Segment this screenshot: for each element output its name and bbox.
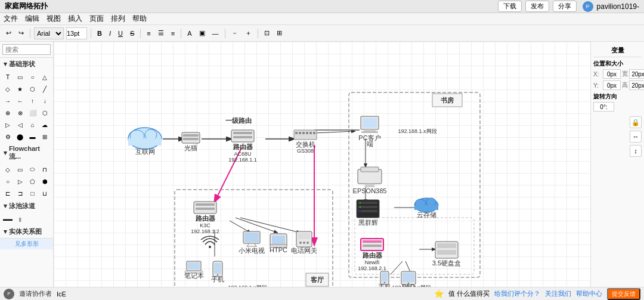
- node-phone-left[interactable]: 手机: [211, 261, 224, 283]
- y-input[interactable]: [603, 81, 621, 90]
- shape-square[interactable]: ⬜: [27, 107, 38, 118]
- node-internet[interactable]: 互联网: [128, 128, 162, 155]
- shape-arrow-r2[interactable]: ▷: [2, 119, 13, 130]
- user-avatar[interactable]: P: [583, 1, 593, 12]
- fc-shape-9[interactable]: ⊏: [2, 188, 13, 199]
- redo-button[interactable]: ↪: [16, 28, 26, 38]
- shape-arrow-u[interactable]: ↑: [27, 95, 38, 106]
- fc-shape-11[interactable]: □: [27, 188, 38, 199]
- menu-item-edit[interactable]: 编辑: [25, 14, 39, 24]
- node-switch[interactable]: 交换机 GS308: [294, 130, 317, 154]
- collab-button[interactable]: 邀请协作者: [19, 289, 52, 298]
- canvas-area[interactable]: 书房 客厅: [54, 42, 590, 287]
- node-laptop[interactable]: 笔记本: [184, 261, 204, 279]
- bold-button[interactable]: B: [95, 29, 104, 38]
- node-pc[interactable]: PC客户 端: [358, 116, 380, 147]
- shape-dot[interactable]: ⬤: [15, 131, 26, 142]
- zoom-in-button[interactable]: ＋: [243, 27, 254, 39]
- align-center-button[interactable]: ☰: [156, 28, 166, 38]
- shape-cloud[interactable]: ☁: [39, 119, 50, 130]
- fill-color-button[interactable]: ▣: [197, 28, 208, 38]
- fc-shape-1[interactable]: ◇: [2, 164, 13, 175]
- download-button[interactable]: 下载: [498, 1, 522, 12]
- node-htpc[interactable]: HTPC: [270, 234, 287, 253]
- shape-arrow-d[interactable]: ↓: [39, 95, 50, 106]
- menu-item-page[interactable]: 页面: [89, 14, 104, 24]
- menu-item-help[interactable]: 帮助: [132, 14, 147, 24]
- grid-button[interactable]: ⊞: [274, 28, 284, 38]
- shape-arrow-l2[interactable]: ◁: [15, 119, 26, 130]
- fit-page-button[interactable]: ⊡: [262, 28, 272, 38]
- section-flowchart[interactable]: ▾ Flowchart 流...: [0, 143, 53, 163]
- submit-feedback-button[interactable]: 提交反馈: [607, 288, 640, 300]
- shape-bar[interactable]: ▬: [27, 131, 38, 142]
- rotate-input[interactable]: [593, 102, 614, 112]
- node-nas[interactable]: 黑群辉: [357, 200, 379, 226]
- line-color-button[interactable]: —: [210, 29, 221, 38]
- flip-h-icon-btn[interactable]: ↔: [630, 131, 642, 143]
- font-color-button[interactable]: A: [185, 29, 194, 38]
- node-cloud-storage[interactable]: 云存储: [414, 198, 438, 218]
- shape-star[interactable]: ★: [15, 83, 26, 94]
- shape-text[interactable]: T: [2, 72, 13, 82]
- follow-link[interactable]: 关注我们: [545, 289, 571, 298]
- node-tv[interactable]: 小米电视: [239, 231, 265, 254]
- node-router-main[interactable]: 路由器 AC68U 192.168.1.1: [228, 130, 257, 163]
- shape-diamond[interactable]: ◇: [2, 83, 13, 94]
- align-right-button[interactable]: ≡: [169, 29, 177, 38]
- node-optical-modem[interactable]: 光猫: [182, 132, 200, 151]
- shape-plus[interactable]: ⊕: [2, 107, 13, 118]
- underline-button[interactable]: U: [116, 29, 125, 38]
- shape-line[interactable]: ╱: [39, 83, 50, 94]
- node-phone-gw[interactable]: 电话网关: [291, 231, 317, 254]
- node-router-newifi[interactable]: 路由器 Newifi 192.168.2.1: [358, 239, 386, 271]
- fc-shape-10[interactable]: ⊐: [15, 188, 26, 199]
- height-input[interactable]: [629, 81, 644, 90]
- sw-shape-1[interactable]: ▬▬: [2, 214, 13, 224]
- node-router-k3c[interactable]: 路由器 K3C 192.168.1.2: [191, 202, 219, 234]
- shape-cross[interactable]: ⊗: [15, 107, 26, 118]
- section-entity[interactable]: ▾ 实体关系图: [0, 225, 53, 238]
- strikethrough-button[interactable]: S: [128, 29, 137, 38]
- flip-v-icon-btn[interactable]: ↕: [630, 145, 642, 157]
- fc-shape-4[interactable]: ⊓: [39, 164, 50, 175]
- fc-shape-3[interactable]: ⬭: [27, 164, 38, 175]
- italic-button[interactable]: I: [107, 29, 113, 38]
- share-button[interactable]: 分享: [553, 1, 577, 12]
- fc-shape-2[interactable]: ▭: [15, 164, 26, 175]
- font-selector[interactable]: Arial: [34, 27, 64, 39]
- section-swimlane[interactable]: ▾ 泳池泳道: [0, 200, 53, 212]
- section-basic-shapes[interactable]: ▾ 基础形状: [0, 58, 53, 70]
- publish-button[interactable]: 发布: [525, 1, 549, 12]
- node-printer[interactable]: EPSON385: [353, 167, 387, 194]
- shape-circle[interactable]: ○: [27, 72, 38, 82]
- menu-item-view[interactable]: 视图: [47, 14, 61, 24]
- help-link[interactable]: 帮助中心: [576, 289, 602, 298]
- shape-rect[interactable]: ▭: [15, 72, 26, 82]
- shape-hex2[interactable]: ⬡: [39, 107, 50, 118]
- shape-hex[interactable]: ⬡: [27, 83, 38, 94]
- see-more-shapes-button[interactable]: 见多形形: [0, 238, 53, 249]
- node-mobile-1[interactable]: 手机: [378, 271, 391, 287]
- undo-button[interactable]: ↩: [4, 28, 14, 38]
- shape-house[interactable]: ⌂: [27, 119, 38, 130]
- fc-shape-5[interactable]: ○: [2, 176, 13, 187]
- menu-item-file[interactable]: 文件: [4, 14, 18, 24]
- fc-shape-8[interactable]: ⬢: [39, 176, 50, 187]
- shape-grid2[interactable]: ⊞: [39, 131, 50, 142]
- font-size-input[interactable]: [66, 27, 87, 39]
- node-hdd[interactable]: 3.5硬盘盒: [432, 242, 461, 267]
- search-input[interactable]: [2, 44, 51, 55]
- feedback-link[interactable]: 给我们评个分？: [494, 289, 540, 298]
- lock-icon-btn[interactable]: 🔒: [630, 116, 642, 128]
- zoom-out-button[interactable]: －: [229, 27, 240, 39]
- fc-shape-7[interactable]: ⬠: [27, 176, 38, 187]
- fc-shape-12[interactable]: ⊔: [39, 188, 50, 199]
- fc-shape-6[interactable]: ▷: [15, 176, 26, 187]
- shape-triangle[interactable]: △: [39, 72, 50, 82]
- sw-shape-2[interactable]: ||: [15, 214, 26, 224]
- align-left-button[interactable]: ≡: [144, 29, 153, 38]
- shape-arrow-l[interactable]: ←: [15, 95, 26, 106]
- width-input[interactable]: [629, 69, 644, 79]
- menu-item-insert[interactable]: 插入: [68, 14, 82, 24]
